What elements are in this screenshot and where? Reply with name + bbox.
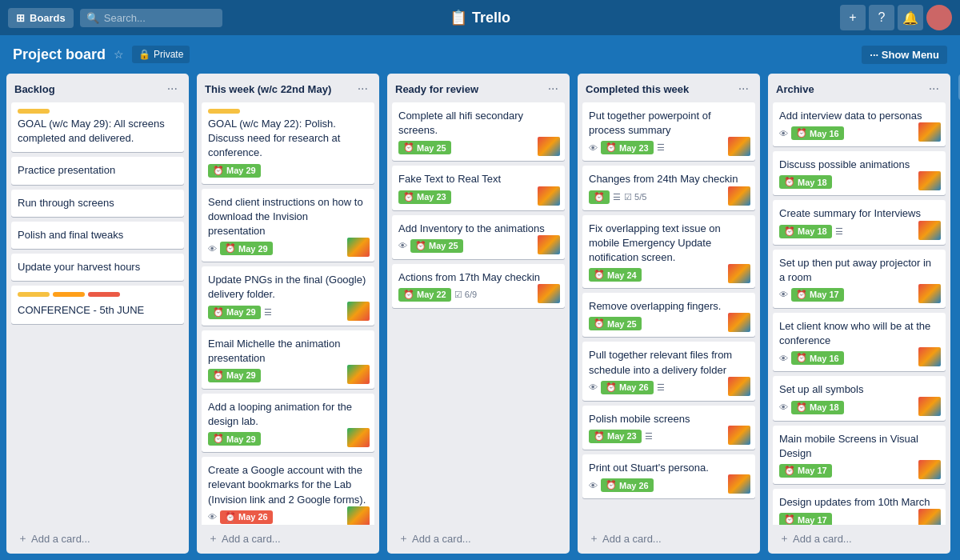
lock-icon: 🔒 [138, 49, 150, 60]
due-date-badge: ⏰ May 25 [410, 239, 463, 253]
card[interactable]: Pull together relevant files from schedu… [582, 342, 755, 400]
card-title: Design updates from 10th March [779, 495, 939, 510]
card-thumbnail [918, 509, 941, 525]
card[interactable]: Polish and final tweaks [11, 222, 184, 249]
list-menu-button[interactable]: ··· [926, 80, 942, 98]
due-date-badge: ⏰ May 25 [589, 317, 642, 330]
list-cards: Put together powerpoint of process summa… [578, 102, 760, 525]
due-date-badge: ⏰ May 23 [601, 141, 654, 154]
clock-icon: ⏰ [796, 290, 807, 300]
add-card-button[interactable]: ＋Add a card... [771, 526, 947, 550]
card-title: Polish and final tweaks [18, 228, 178, 242]
card[interactable]: Email Michelle the animation presentatio… [202, 330, 374, 389]
trello-logo: 📋 Trello [450, 9, 510, 26]
card[interactable]: Main mobile Screens in Visual Design⏰ Ma… [773, 426, 946, 484]
card[interactable]: Set up all symbols👁⏰ May 18 [773, 376, 946, 420]
clock-icon: ⏰ [225, 243, 236, 254]
card[interactable]: Set up then put away projector in a room… [773, 250, 946, 308]
card-title: Changes from 24th May checkin [589, 172, 749, 186]
card-thumbnail [918, 347, 941, 366]
card-avatar [347, 428, 370, 447]
card-meta: 👁⏰ May 16 [779, 126, 939, 140]
card[interactable]: Create a Google account with the relevan… [202, 457, 374, 525]
nav-right: + ? 🔔 [840, 5, 952, 30]
description-icon: ☰ [657, 382, 665, 393]
board-header-right: ··· Show Menu [862, 46, 947, 64]
card-meta: 👁⏰ May 29 [208, 242, 368, 255]
card[interactable]: Complete all hifi secondary screens.⏰ Ma… [392, 102, 565, 161]
card[interactable]: CONFERENCE - 5th JUNE [11, 286, 184, 324]
card-title: Complete all hifi secondary screens. [398, 109, 558, 138]
card-thumbnail [538, 235, 560, 254]
card-meta: 👁⏰ May 18 [779, 401, 939, 414]
card-meta: 👁⏰ May 26 [208, 510, 368, 524]
list-thisweek: This week (w/c 22nd May)···GOAL (w/c May… [197, 74, 379, 554]
clock-icon: ⏰ [606, 382, 617, 393]
card[interactable]: Create summary for Interviews⏰ May 18☰ [773, 200, 946, 244]
card[interactable]: Add a looping animation for the design l… [202, 394, 374, 452]
avatar[interactable] [926, 5, 952, 30]
card-labels-row [18, 292, 178, 300]
card[interactable]: Run through screens [11, 190, 184, 217]
card-meta: ⏰ May 25 [398, 141, 558, 154]
search-input[interactable] [104, 12, 216, 24]
card-thumbnail [728, 264, 750, 283]
notifications-button[interactable]: 🔔 [898, 5, 923, 30]
card[interactable]: Remove overlapping fingers.⏰ May 25 [582, 293, 755, 337]
clock-icon: ⏰ [594, 192, 605, 202]
card-title: Run through screens [18, 196, 178, 210]
star-icon[interactable]: ☆ [114, 48, 124, 61]
card-thumbnail [918, 397, 941, 416]
clock-icon: ⏰ [594, 431, 605, 442]
add-card-button[interactable]: ＋Add a card... [581, 526, 757, 550]
eye-icon: 👁 [779, 129, 788, 138]
list-menu-button[interactable]: ··· [545, 80, 562, 98]
card[interactable]: Fake Text to Real Text⏰ May 23 [392, 166, 565, 210]
card[interactable]: Design updates from 10th March⏰ May 17 [773, 489, 946, 525]
clock-icon: ⏰ [403, 142, 414, 153]
clock-icon: ⏰ [403, 192, 414, 202]
privacy-button[interactable]: 🔒 Private [132, 46, 190, 63]
due-date-badge: ⏰ [589, 190, 610, 204]
list-menu-button[interactable]: ··· [354, 80, 371, 98]
card-thumbnail [728, 313, 750, 332]
add-card-label: Add a card... [602, 533, 662, 545]
show-menu-button[interactable]: ··· Show Menu [862, 46, 947, 64]
boards-button[interactable]: ⊞ Boards [8, 8, 74, 28]
card-label [88, 292, 120, 297]
card[interactable]: GOAL (w/c May 29): All screens completed… [11, 102, 184, 152]
help-button[interactable]: ? [869, 5, 894, 30]
card[interactable]: Practice presentation [11, 157, 184, 184]
card[interactable]: Update your harvest hours [11, 254, 184, 281]
due-date-badge: ⏰ May 29 [220, 242, 273, 255]
add-card-button[interactable]: ＋Add a card... [390, 526, 566, 550]
card[interactable]: Actions from 17th May checkin⏰ May 22☑ 6… [392, 264, 565, 308]
add-card-button[interactable]: ＋Add a card... [200, 526, 376, 550]
card-title: CONFERENCE - 5th JUNE [18, 303, 178, 318]
card-thumbnail [918, 284, 941, 303]
card[interactable]: Add Inventory to the animations👁⏰ May 25 [392, 215, 565, 259]
list-completedthisweek: Completed this week···Put together power… [578, 74, 760, 554]
add-card-button[interactable]: ＋Add a card... [10, 526, 186, 550]
card[interactable]: Let client know who will be at the confe… [773, 313, 946, 371]
card[interactable]: Fix overlapping text issue on mobile Eme… [582, 215, 755, 289]
plus-icon: ＋ [779, 531, 790, 546]
card[interactable]: GOAL (w/c May 22): Polish. Discuss need … [202, 102, 374, 184]
card-meta: ⏰ ☰☑ 5/5 [589, 190, 749, 204]
card[interactable]: Add interview data to personas👁⏰ May 16 [773, 102, 946, 146]
add-button[interactable]: + [840, 5, 866, 30]
card[interactable]: Changes from 24th May checkin⏰ ☰☑ 5/5 [582, 166, 755, 210]
list-menu-button[interactable]: ··· [164, 80, 181, 98]
add-card-label: Add a card... [793, 533, 852, 545]
card[interactable]: Send client instructions on how to downl… [202, 189, 374, 262]
clock-icon: ⏰ [796, 402, 807, 413]
card[interactable]: Polish mobile screens⏰ May 23☰ [582, 406, 755, 450]
clock-icon: ⏰ [213, 166, 224, 176]
card[interactable]: Print out Stuart's persona.👁⏰ May 26 [582, 454, 755, 498]
clock-icon: ⏰ [796, 128, 807, 138]
list-menu-button[interactable]: ··· [735, 80, 752, 98]
card[interactable]: Discuss possible animations⏰ May 18 [773, 151, 946, 195]
card[interactable]: Put together powerpoint of process summa… [582, 102, 755, 161]
eye-icon: 👁 [779, 290, 788, 299]
card[interactable]: Update PNGs in the final (Google) delive… [202, 266, 374, 325]
